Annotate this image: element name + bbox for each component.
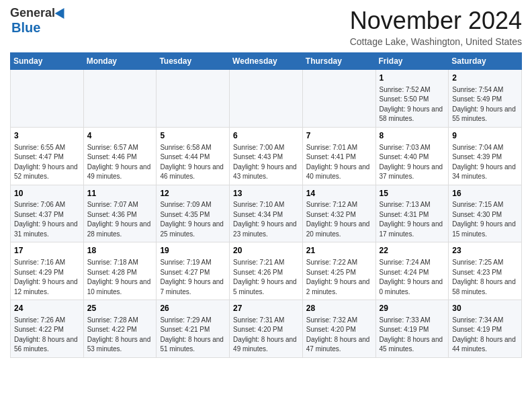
day-info-19: Sunrise: 7:19 AM Sunset: 4:27 PM Dayligh… <box>160 258 226 297</box>
day-info-5: Sunrise: 6:58 AM Sunset: 4:44 PM Dayligh… <box>160 143 226 182</box>
cell-1-5: 8Sunrise: 7:03 AM Sunset: 4:40 PM Daylig… <box>375 127 449 185</box>
cell-4-2: 26Sunrise: 7:29 AM Sunset: 4:21 PM Dayli… <box>157 300 230 358</box>
day-number-7: 7 <box>306 130 372 142</box>
logo-text: General <box>10 7 55 20</box>
cell-3-2: 19Sunrise: 7:19 AM Sunset: 4:27 PM Dayli… <box>157 242 230 300</box>
week-row-3: 17Sunrise: 7:16 AM Sunset: 4:29 PM Dayli… <box>11 242 522 300</box>
day-number-18: 18 <box>87 245 153 257</box>
day-info-6: Sunrise: 7:00 AM Sunset: 4:43 PM Dayligh… <box>233 143 299 182</box>
day-info-26: Sunrise: 7:29 AM Sunset: 4:21 PM Dayligh… <box>160 316 226 355</box>
day-number-10: 10 <box>14 188 80 199</box>
day-info-10: Sunrise: 7:06 AM Sunset: 4:37 PM Dayligh… <box>14 200 80 239</box>
week-row-1: 3Sunrise: 6:55 AM Sunset: 4:47 PM Daylig… <box>11 127 522 185</box>
cell-1-1: 4Sunrise: 6:57 AM Sunset: 4:46 PM Daylig… <box>83 127 157 185</box>
day-info-25: Sunrise: 7:28 AM Sunset: 4:22 PM Dayligh… <box>87 316 153 355</box>
cell-3-3: 20Sunrise: 7:21 AM Sunset: 4:26 PM Dayli… <box>230 242 303 300</box>
day-number-15: 15 <box>380 188 445 199</box>
cell-1-2: 5Sunrise: 6:58 AM Sunset: 4:44 PM Daylig… <box>157 127 230 185</box>
cell-1-0: 3Sunrise: 6:55 AM Sunset: 4:47 PM Daylig… <box>11 127 84 185</box>
day-info-22: Sunrise: 7:24 AM Sunset: 4:24 PM Dayligh… <box>380 258 445 297</box>
logo-blue: Blue <box>11 20 40 35</box>
page: General Blue November 2024 Cottage Lake,… <box>0 0 532 365</box>
day-info-8: Sunrise: 7:03 AM Sunset: 4:40 PM Dayligh… <box>380 143 445 182</box>
cell-4-1: 25Sunrise: 7:28 AM Sunset: 4:22 PM Dayli… <box>83 300 157 358</box>
day-info-23: Sunrise: 7:25 AM Sunset: 4:23 PM Dayligh… <box>452 258 518 297</box>
day-info-16: Sunrise: 7:15 AM Sunset: 4:30 PM Dayligh… <box>452 200 518 239</box>
week-row-4: 24Sunrise: 7:26 AM Sunset: 4:22 PM Dayli… <box>11 300 522 358</box>
day-info-20: Sunrise: 7:21 AM Sunset: 4:26 PM Dayligh… <box>233 258 299 297</box>
day-number-12: 12 <box>160 188 226 199</box>
day-info-11: Sunrise: 7:07 AM Sunset: 4:36 PM Dayligh… <box>87 200 153 239</box>
cell-3-5: 22Sunrise: 7:24 AM Sunset: 4:24 PM Dayli… <box>375 242 449 300</box>
calendar-header: Sunday Monday Tuesday Wednesday Thursday… <box>11 53 522 70</box>
day-number-19: 19 <box>160 245 226 257</box>
cell-2-4: 14Sunrise: 7:12 AM Sunset: 4:32 PM Dayli… <box>302 185 375 242</box>
cell-2-0: 10Sunrise: 7:06 AM Sunset: 4:37 PM Dayli… <box>11 185 84 242</box>
day-number-16: 16 <box>452 188 518 199</box>
cell-3-0: 17Sunrise: 7:16 AM Sunset: 4:29 PM Dayli… <box>11 242 84 300</box>
col-thursday: Thursday <box>302 53 375 70</box>
cell-3-1: 18Sunrise: 7:18 AM Sunset: 4:28 PM Dayli… <box>83 242 157 300</box>
day-number-6: 6 <box>233 130 299 142</box>
day-info-7: Sunrise: 7:01 AM Sunset: 4:41 PM Dayligh… <box>306 143 372 182</box>
cell-0-4 <box>302 70 375 128</box>
day-number-30: 30 <box>452 303 518 314</box>
cell-0-2 <box>157 70 230 128</box>
cell-1-6: 9Sunrise: 7:04 AM Sunset: 4:39 PM Daylig… <box>449 127 522 185</box>
day-info-12: Sunrise: 7:09 AM Sunset: 4:35 PM Dayligh… <box>160 200 226 239</box>
day-info-9: Sunrise: 7:04 AM Sunset: 4:39 PM Dayligh… <box>452 143 518 182</box>
cell-4-3: 27Sunrise: 7:31 AM Sunset: 4:20 PM Dayli… <box>230 300 303 358</box>
day-info-15: Sunrise: 7:13 AM Sunset: 4:31 PM Dayligh… <box>380 200 445 239</box>
day-info-21: Sunrise: 7:22 AM Sunset: 4:25 PM Dayligh… <box>306 258 372 297</box>
calendar-body: 1Sunrise: 7:52 AM Sunset: 5:50 PM Daylig… <box>11 70 522 358</box>
cell-0-3 <box>230 70 303 128</box>
week-row-2: 10Sunrise: 7:06 AM Sunset: 4:37 PM Dayli… <box>11 185 522 242</box>
day-info-17: Sunrise: 7:16 AM Sunset: 4:29 PM Dayligh… <box>14 258 80 297</box>
day-info-18: Sunrise: 7:18 AM Sunset: 4:28 PM Dayligh… <box>87 258 153 297</box>
week-row-0: 1Sunrise: 7:52 AM Sunset: 5:50 PM Daylig… <box>11 70 522 128</box>
day-number-17: 17 <box>14 245 80 257</box>
day-number-5: 5 <box>160 130 226 142</box>
day-number-14: 14 <box>306 188 372 199</box>
day-number-21: 21 <box>306 245 372 257</box>
cell-0-1 <box>83 70 157 128</box>
day-info-4: Sunrise: 6:57 AM Sunset: 4:46 PM Dayligh… <box>87 143 153 182</box>
logo: General Blue <box>10 7 67 35</box>
col-saturday: Saturday <box>449 53 522 70</box>
day-number-22: 22 <box>380 245 445 257</box>
day-info-1: Sunrise: 7:52 AM Sunset: 5:50 PM Dayligh… <box>380 85 445 124</box>
cell-2-6: 16Sunrise: 7:15 AM Sunset: 4:30 PM Dayli… <box>449 185 522 242</box>
month-title: November 2024 <box>350 7 522 35</box>
cell-0-0 <box>11 70 84 128</box>
cell-0-5: 1Sunrise: 7:52 AM Sunset: 5:50 PM Daylig… <box>375 70 449 128</box>
day-info-30: Sunrise: 7:34 AM Sunset: 4:19 PM Dayligh… <box>452 316 518 355</box>
cell-1-4: 7Sunrise: 7:01 AM Sunset: 4:41 PM Daylig… <box>302 127 375 185</box>
day-number-25: 25 <box>87 303 153 314</box>
col-tuesday: Tuesday <box>157 53 230 70</box>
day-number-26: 26 <box>160 303 226 314</box>
day-info-14: Sunrise: 7:12 AM Sunset: 4:32 PM Dayligh… <box>306 200 372 239</box>
col-sunday: Sunday <box>11 53 84 70</box>
cell-0-6: 2Sunrise: 7:54 AM Sunset: 5:49 PM Daylig… <box>449 70 522 128</box>
day-number-4: 4 <box>87 130 153 142</box>
header-row: Sunday Monday Tuesday Wednesday Thursday… <box>11 53 522 70</box>
day-info-27: Sunrise: 7:31 AM Sunset: 4:20 PM Dayligh… <box>233 316 299 355</box>
day-number-11: 11 <box>87 188 153 199</box>
logo-general: General <box>10 6 55 19</box>
col-wednesday: Wednesday <box>230 53 303 70</box>
cell-3-4: 21Sunrise: 7:22 AM Sunset: 4:25 PM Dayli… <box>302 242 375 300</box>
cell-3-6: 23Sunrise: 7:25 AM Sunset: 4:23 PM Dayli… <box>449 242 522 300</box>
cell-4-5: 29Sunrise: 7:33 AM Sunset: 4:19 PM Dayli… <box>375 300 449 358</box>
cell-1-3: 6Sunrise: 7:00 AM Sunset: 4:43 PM Daylig… <box>230 127 303 185</box>
cell-2-3: 13Sunrise: 7:10 AM Sunset: 4:34 PM Dayli… <box>230 185 303 242</box>
day-number-20: 20 <box>233 245 299 257</box>
day-info-13: Sunrise: 7:10 AM Sunset: 4:34 PM Dayligh… <box>233 200 299 239</box>
day-number-27: 27 <box>233 303 299 314</box>
day-number-8: 8 <box>380 130 445 142</box>
day-number-3: 3 <box>14 130 80 142</box>
day-number-23: 23 <box>452 245 518 257</box>
day-number-13: 13 <box>233 188 299 199</box>
day-info-2: Sunrise: 7:54 AM Sunset: 5:49 PM Dayligh… <box>452 85 518 124</box>
cell-4-0: 24Sunrise: 7:26 AM Sunset: 4:22 PM Dayli… <box>11 300 84 358</box>
col-friday: Friday <box>375 53 449 70</box>
